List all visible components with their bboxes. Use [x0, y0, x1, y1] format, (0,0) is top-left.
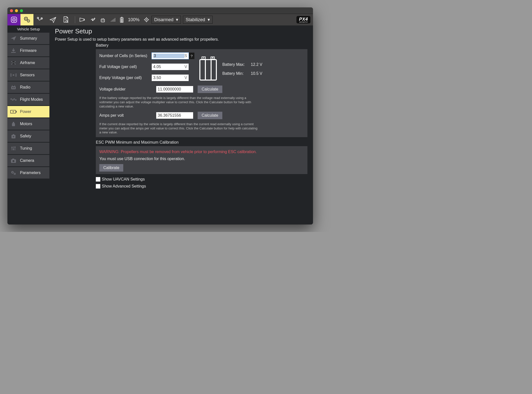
main-toolbar: AB 100% Disarmed ▾ Stabilized ▾ PX4	[7, 14, 313, 25]
vehicle-setup-button[interactable]	[20, 14, 33, 25]
cells-value: 3	[153, 54, 184, 58]
sidebar-item-firmware[interactable]: Firmware	[7, 45, 49, 56]
cells-help-button[interactable]: ?	[189, 53, 194, 59]
checkbox-icon	[96, 184, 100, 189]
button-label: Calibrate	[103, 166, 119, 170]
qgc-logo-icon	[10, 16, 18, 23]
status-row: 100%	[79, 16, 149, 23]
voltage-divider-label: Voltage divider	[99, 87, 152, 92]
sidebar-item-sensors[interactable]: Sensors	[7, 69, 49, 81]
caret-down-icon: ▾	[208, 17, 210, 22]
sidebar-item-radio[interactable]: Radio	[7, 82, 49, 93]
fly-button[interactable]	[46, 14, 59, 25]
download-icon	[10, 48, 17, 53]
svg-rect-26	[121, 21, 123, 22]
empty-voltage-value: 3.50	[153, 76, 184, 80]
page-description: Power Setup is used to setup battery par…	[55, 37, 307, 42]
flight-mode-dropdown[interactable]: Stabilized ▾	[183, 16, 213, 24]
locate-icon[interactable]	[143, 17, 149, 23]
paper-plane-icon	[10, 36, 17, 41]
sidebar-item-label: Camera	[20, 158, 34, 163]
esc-calibrate-button[interactable]: Calibrate	[99, 164, 123, 172]
close-window-icon[interactable]	[10, 9, 13, 12]
svg-rect-23	[121, 18, 123, 19]
sidebar-item-label: Sensors	[20, 73, 35, 77]
sidebar-item-label: Summary	[20, 36, 37, 41]
sidebar-item-label: Motors	[20, 122, 32, 126]
sidebar-item-parameters[interactable]: Parameters	[7, 167, 49, 179]
minimize-window-icon[interactable]	[15, 9, 18, 12]
sidebar-item-label: Power	[20, 109, 31, 114]
svg-text:A: A	[38, 17, 39, 19]
svg-rect-13	[101, 19, 105, 22]
sidebar-item-tuning[interactable]: Tuning	[7, 143, 49, 154]
svg-rect-54	[200, 60, 216, 80]
empty-voltage-input[interactable]: 3.50 V	[152, 75, 189, 81]
sidebar-item-airframe[interactable]: Airframe	[7, 57, 49, 69]
svg-point-2	[13, 19, 14, 20]
sidebar-item-label: Parameters	[20, 171, 41, 175]
cells-input[interactable]: 3 S	[152, 53, 189, 59]
tuning-icon	[10, 146, 17, 151]
quadcopter-icon	[10, 60, 17, 66]
sidebar-item-label: Radio	[20, 85, 30, 90]
sidebar-item-safety[interactable]: Safety	[7, 130, 49, 142]
flight-mode-label: Stabilized	[186, 17, 205, 22]
arm-state-label: Disarmed	[154, 17, 173, 22]
gears-icon	[10, 170, 17, 176]
amps-per-volt-input[interactable]: 36.36751556	[156, 112, 193, 119]
arm-state-dropdown[interactable]: Disarmed ▾	[151, 16, 181, 24]
qgc-logo-button[interactable]	[7, 14, 20, 25]
cells-label: Number of Cells (in Series)	[99, 54, 152, 58]
esc-usb-note: You must use USB connection for this ope…	[99, 157, 304, 161]
battery-stats: Battery Max:12.2 V Battery Min:10.5 V	[222, 62, 262, 76]
sidebar-title: Vehicle Setup	[7, 25, 49, 33]
svg-rect-16	[111, 21, 111, 22]
svg-point-28	[146, 19, 147, 20]
titlebar	[7, 7, 313, 14]
battery-max-label: Battery Max:	[222, 62, 247, 67]
svg-rect-39	[16, 111, 17, 112]
show-advanced-checkbox-row[interactable]: Show Advanced Settings	[96, 184, 307, 189]
full-voltage-input[interactable]: 4.05 V	[152, 64, 189, 70]
sidebar-item-label: Safety	[20, 134, 31, 138]
voltage-divider-input[interactable]: 11.00000000	[156, 86, 193, 93]
sidebar-item-motors[interactable]: Motors	[7, 118, 49, 130]
svg-point-4	[25, 18, 26, 19]
battery-min-label: Battery Min:	[222, 71, 247, 76]
battery-panel: Number of Cells (in Series) 3 S ? Full V…	[96, 49, 307, 137]
show-advanced-label: Show Advanced Settings	[102, 184, 146, 189]
page-title: Power Setup	[55, 27, 307, 35]
svg-rect-48	[12, 159, 14, 160]
sidebar-item-power[interactable]: Power	[7, 106, 49, 117]
help-icon: ?	[191, 54, 193, 58]
sidebar-item-summary[interactable]: Summary	[7, 33, 49, 44]
plan-button[interactable]: AB	[33, 14, 46, 25]
svg-point-44	[11, 147, 13, 148]
svg-rect-18	[113, 19, 113, 22]
sidebar-item-camera[interactable]: Camera	[7, 155, 49, 166]
battery-icon	[120, 16, 124, 23]
cells-unit: S	[184, 54, 187, 58]
camera-icon	[10, 158, 17, 163]
empty-voltage-unit: V	[184, 76, 187, 80]
button-label: Calculate	[202, 113, 218, 117]
signal-icon[interactable]	[111, 17, 116, 22]
apv-calculate-button[interactable]: Calculate	[198, 112, 222, 119]
sidebar-item-flight-modes[interactable]: Flight Modes	[7, 94, 49, 105]
esc-panel: WARNING: Propellers must be removed from…	[96, 146, 307, 174]
toolbar-separator	[75, 16, 75, 23]
button-label: Calculate	[202, 87, 218, 91]
svg-point-6	[28, 21, 29, 21]
vdiv-calculate-button[interactable]: Calculate	[198, 86, 222, 93]
esc-section-title: ESC PWM Minimum and Maximum Calibration	[96, 140, 307, 145]
gps-icon[interactable]	[90, 16, 96, 23]
rc-icon[interactable]	[100, 16, 107, 23]
messages-icon[interactable]	[79, 16, 86, 23]
full-voltage-label: Full Voltage (per cell)	[99, 65, 152, 69]
show-uavcan-checkbox-row[interactable]: Show UAVCAN Settings	[96, 177, 307, 182]
battery-graphic-icon	[199, 56, 218, 82]
svg-point-37	[14, 87, 15, 89]
analyze-button[interactable]	[59, 14, 72, 25]
maximize-window-icon[interactable]	[20, 9, 23, 12]
